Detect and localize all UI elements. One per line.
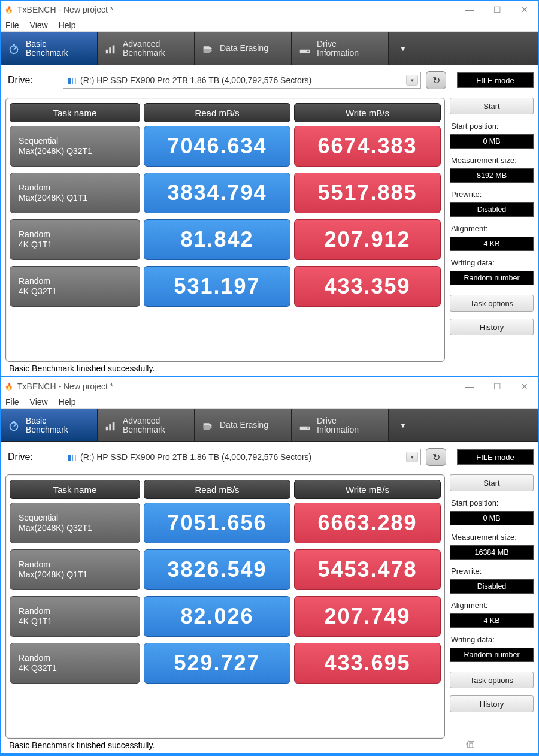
close-button[interactable]: ✕ xyxy=(511,377,538,395)
tab-data-erasing[interactable]: Data Erasing xyxy=(195,32,292,65)
tab-basic-benchmark[interactable]: BasicBenchmark xyxy=(1,409,98,441)
task-options-button[interactable]: Task options xyxy=(450,672,534,688)
task-cell: SequentialMax(2048K) Q32T1 xyxy=(10,126,140,167)
write-value: 433.359 xyxy=(294,266,441,307)
task-cell: Random4K Q32T1 xyxy=(10,266,140,307)
drive-select[interactable]: ▮▯(R:) HP SSD FX900 Pro 2TB 1.86 TB (4,0… xyxy=(63,449,421,465)
menu-view[interactable]: View xyxy=(30,397,48,407)
task-line2: Max(2048K) Q32T1 xyxy=(19,523,131,534)
write-value: 207.912 xyxy=(294,219,441,260)
minimize-button[interactable]: — xyxy=(456,1,483,19)
refresh-button[interactable]: ↻ xyxy=(426,448,446,466)
minimize-button[interactable]: — xyxy=(456,377,483,395)
tab-overflow[interactable]: ▼ xyxy=(389,32,417,65)
menu-view[interactable]: View xyxy=(30,20,48,30)
main: Task nameRead mB/sWrite mB/sSequentialMa… xyxy=(5,474,534,739)
result-row: SequentialMax(2048K) Q32T17046.6346674.3… xyxy=(10,126,441,167)
svg-rect-3 xyxy=(106,50,108,53)
tab-advanced-benchmark[interactable]: AdvancedBenchmark xyxy=(98,32,195,65)
read-value: 81.842 xyxy=(144,219,290,260)
tab-overflow[interactable]: ▼ xyxy=(389,409,417,441)
drive-select[interactable]: ▮▯(R:) HP SSD FX900 Pro 2TB 1.86 TB (4,0… xyxy=(63,72,421,89)
task-line1: Sequential xyxy=(19,513,131,524)
measurement-size-label: Measurement size: xyxy=(450,156,534,165)
write-value: 6663.289 xyxy=(294,503,441,543)
start-position-value[interactable]: 0 MB xyxy=(450,511,534,525)
measurement-size-value[interactable]: 16384 MB xyxy=(450,545,534,560)
close-button[interactable]: ✕ xyxy=(511,1,538,19)
menu-file[interactable]: File xyxy=(5,20,19,30)
task-options-button[interactable]: Task options xyxy=(450,295,534,312)
drive-icon: ▮▯ xyxy=(67,75,77,85)
tab-strip: BasicBenchmarkAdvancedBenchmarkData Eras… xyxy=(1,409,538,442)
app-window: 🔥TxBENCH - New project *—☐✕FileViewHelpB… xyxy=(0,0,539,377)
tab-label: AdvancedBenchmark xyxy=(123,416,165,435)
task-cell: Random4K Q32T1 xyxy=(10,643,140,684)
tab-drive-information[interactable]: DriveInformation xyxy=(292,32,389,65)
task-line2: Max(2048K) Q32T1 xyxy=(19,146,131,157)
history-button[interactable]: History xyxy=(450,695,534,712)
result-row: Random4K Q32T1531.197433.359 xyxy=(10,266,441,307)
alignment-value[interactable]: 4 KB xyxy=(450,237,534,251)
task-line2: 4K Q1T1 xyxy=(19,616,131,627)
header-read: Read mB/s xyxy=(144,103,290,122)
task-line2: 4K Q1T1 xyxy=(19,240,131,250)
history-button[interactable]: History xyxy=(450,319,534,335)
body: Drive:▮▯(R:) HP SSD FX900 Pro 2TB 1.86 T… xyxy=(1,65,538,376)
task-cell: Random4K Q1T1 xyxy=(10,596,140,637)
measurement-size-value[interactable]: 8192 MB xyxy=(450,168,534,183)
drive-label: Drive: xyxy=(5,452,58,462)
svg-rect-13 xyxy=(113,422,115,431)
drive-information-icon xyxy=(298,41,312,56)
tab-basic-benchmark[interactable]: BasicBenchmark xyxy=(1,32,98,65)
writing-data-label: Writing data: xyxy=(450,258,534,267)
header-write: Write mB/s xyxy=(294,480,441,499)
svg-line-10 xyxy=(14,424,16,427)
tab-label: BasicBenchmark xyxy=(26,416,68,435)
main: Task nameRead mB/sWrite mB/sSequentialMa… xyxy=(5,98,534,362)
result-row: SequentialMax(2048K) Q32T17051.6566663.2… xyxy=(10,503,441,543)
measurement-size-label: Measurement size: xyxy=(450,533,534,542)
drive-value: (R:) HP SSD FX900 Pro 2TB 1.86 TB (4,000… xyxy=(80,452,311,462)
app-window: 🔥TxBENCH - New project *—☐✕FileViewHelpB… xyxy=(0,377,539,754)
tab-advanced-benchmark[interactable]: AdvancedBenchmark xyxy=(98,409,195,441)
tab-drive-information[interactable]: DriveInformation xyxy=(292,409,389,441)
svg-point-8 xyxy=(10,422,18,430)
read-value: 82.026 xyxy=(144,596,290,637)
writing-data-value[interactable]: Random number xyxy=(450,271,534,285)
svg-rect-9 xyxy=(13,421,15,423)
start-button[interactable]: Start xyxy=(450,98,534,114)
menu-file[interactable]: File xyxy=(5,397,19,407)
menu-help[interactable]: Help xyxy=(59,397,76,407)
menu-help[interactable]: Help xyxy=(59,20,76,30)
maximize-button[interactable]: ☐ xyxy=(483,377,511,395)
task-line1: Sequential xyxy=(19,136,131,147)
prewrite-value[interactable]: Disabled xyxy=(450,579,534,594)
read-value: 531.197 xyxy=(144,266,290,307)
start-position-value[interactable]: 0 MB xyxy=(450,134,534,149)
start-position-label: Start position: xyxy=(450,498,534,507)
svg-point-7 xyxy=(307,50,309,52)
result-row: RandomMax(2048K) Q1T13826.5495453.478 xyxy=(10,549,441,590)
tab-data-erasing[interactable]: Data Erasing xyxy=(195,409,292,441)
task-line1: Random xyxy=(19,276,131,287)
writing-data-value[interactable]: Random number xyxy=(450,648,534,662)
alignment-value[interactable]: 4 KB xyxy=(450,613,534,628)
advanced-benchmark-icon xyxy=(104,418,118,433)
file-mode-button[interactable]: FILE mode xyxy=(457,449,534,465)
prewrite-value[interactable]: Disabled xyxy=(450,202,534,217)
body: Drive:▮▯(R:) HP SSD FX900 Pro 2TB 1.86 T… xyxy=(1,442,538,753)
start-position-label: Start position: xyxy=(450,122,534,131)
task-line1: Random xyxy=(19,653,131,664)
basic-benchmark-icon xyxy=(7,41,21,56)
svg-point-15 xyxy=(307,427,309,429)
start-button[interactable]: Start xyxy=(450,474,534,491)
drive-information-icon xyxy=(298,418,312,433)
result-row: RandomMax(2048K) Q1T13834.7945517.885 xyxy=(10,173,441,213)
refresh-button[interactable]: ↻ xyxy=(426,71,446,89)
result-row: Random4K Q1T182.026207.749 xyxy=(10,596,441,637)
tab-strip: BasicBenchmarkAdvancedBenchmarkData Eras… xyxy=(1,32,538,65)
file-mode-button[interactable]: FILE mode xyxy=(457,72,534,88)
maximize-button[interactable]: ☐ xyxy=(483,1,511,19)
header-write: Write mB/s xyxy=(294,103,441,122)
